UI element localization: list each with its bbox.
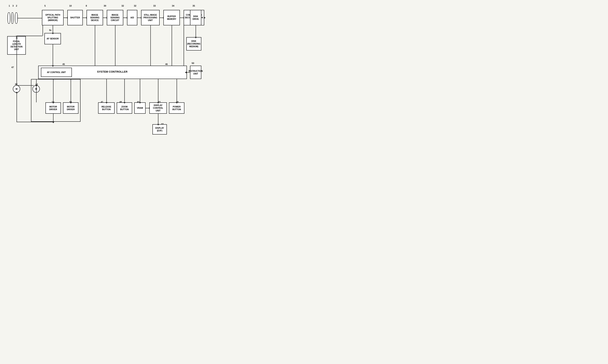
lens-2 bbox=[15, 12, 18, 24]
line-ad-si bbox=[137, 18, 141, 18]
power-button-label: POWERBUTTON bbox=[173, 105, 181, 111]
ref-32a: 32 bbox=[122, 5, 124, 7]
arrow-sc-zoom bbox=[124, 79, 125, 102]
af-sensor-box: AF SENSOR bbox=[44, 33, 61, 44]
lens-3 bbox=[11, 12, 14, 24]
display-control-label: DISPLAYCONTROLUNIT bbox=[153, 104, 163, 112]
arrow-sc-vram bbox=[140, 79, 140, 102]
af-sensor-label: AF SENSOR bbox=[47, 37, 59, 40]
shutter-label: SHUTTER bbox=[70, 16, 80, 19]
line-si-buf bbox=[160, 18, 163, 18]
display-evf-box: DISPLAY(EVF) bbox=[152, 124, 167, 135]
line-isd-isc bbox=[103, 18, 107, 18]
disk-drive-label: DISKDRIVE bbox=[192, 15, 199, 20]
arrow-comp-sc bbox=[184, 25, 184, 70]
arrow-isc-sc bbox=[115, 25, 115, 70]
display-evf-label: DISPLAY(EVF) bbox=[155, 127, 164, 132]
arrow-sc-power bbox=[176, 79, 177, 102]
arrow-sc-dc bbox=[158, 79, 158, 102]
buffer-memory-label: BUFFERMEMORY bbox=[167, 15, 176, 20]
arrow-sc-release bbox=[106, 79, 107, 102]
ref-10: 10 bbox=[69, 5, 72, 7]
system-controller-label: SYSTEM CONTROLLER bbox=[97, 70, 127, 73]
bottom-left-box bbox=[31, 79, 81, 122]
ref-9c: 9c bbox=[49, 29, 52, 31]
arrow-optical-afsensor bbox=[53, 25, 53, 33]
arrow-iu-sc bbox=[186, 72, 190, 73]
ref-8: 8 bbox=[86, 5, 87, 7]
image-sensing-device-box: IMAGESENSINGDEVICE bbox=[87, 10, 103, 25]
line-shutter-isd bbox=[83, 18, 87, 18]
block-diagram: 1 3 2 5 10 8 30 32 32 33 34 35 OPTICAL P… bbox=[4, 4, 203, 153]
image-sensing-device-label: IMAGESENSINGDEVICE bbox=[90, 14, 99, 22]
ref-5: 5 bbox=[44, 5, 46, 7]
ref-47: 47 bbox=[11, 66, 14, 68]
ref-50: 50 bbox=[192, 62, 194, 64]
arrow-bm-sc bbox=[172, 25, 172, 70]
line-isc-ad bbox=[123, 18, 127, 18]
arrow-diskdrive-disk bbox=[196, 25, 196, 37]
ad-label: A/D bbox=[130, 16, 134, 19]
line-left-to-focal bbox=[16, 36, 42, 36]
af-control-box: AF CONTROL UNIT bbox=[41, 68, 72, 77]
buffer-memory-box: BUFFERMEMORY bbox=[163, 10, 180, 25]
still-image-label: STILL IMAGEPROCESSINGUNIT bbox=[144, 14, 157, 22]
instruction-unit-label: INSTRUCTIONUNIT bbox=[189, 70, 203, 75]
ref-46: 46 bbox=[165, 63, 168, 65]
release-button-label: RELEASEBUTTON bbox=[101, 105, 111, 111]
zoom-button-label: ZOOMBUTTON bbox=[120, 105, 129, 111]
shutter-box: SHUTTER bbox=[67, 10, 83, 25]
arrow-vram-dc bbox=[146, 108, 149, 108]
zoom-button-box: ZOOMBUTTON bbox=[117, 102, 132, 114]
arrow-bottom-up bbox=[16, 93, 17, 122]
vram-label: VRAM bbox=[137, 107, 143, 109]
release-button-box: RELEASEBUTTON bbox=[98, 102, 115, 114]
arrow-afsensor-sc bbox=[53, 44, 53, 66]
line-bottom-h bbox=[16, 122, 53, 122]
line-optical-down bbox=[42, 25, 43, 36]
ref-2: 2 bbox=[16, 5, 17, 7]
optical-path-label: OPTICAL PATHSPLITTING(MIRROR) bbox=[45, 14, 60, 22]
line-optical-shutter bbox=[64, 18, 67, 18]
instruction-unit-box: INSTRUCTIONUNIT bbox=[190, 66, 201, 79]
optical-path-box: OPTICAL PATHSPLITTING(MIRROR) bbox=[42, 10, 64, 25]
disk-box: DISK(RECORDINGMEDIUM) bbox=[186, 37, 201, 51]
ref-3: 3 bbox=[12, 5, 14, 7]
arrow-si-sc bbox=[150, 25, 151, 70]
arrow-focal-motor40 bbox=[16, 38, 17, 57]
line-buf-comp bbox=[180, 18, 184, 18]
ref-35: 35 bbox=[192, 5, 195, 7]
ref-45: 45 bbox=[62, 63, 65, 65]
motor-40-label: M bbox=[15, 88, 17, 90]
line-lens-to-optical bbox=[18, 18, 43, 18]
ref-30: 30 bbox=[104, 5, 106, 7]
image-sensing-circuit-label: IMAGESENSINGCIRCUIT bbox=[110, 14, 120, 22]
ref-1: 1 bbox=[9, 5, 10, 7]
ad-box: A/D bbox=[127, 10, 137, 25]
vram-box: VRAM bbox=[134, 102, 146, 114]
display-control-box: DISPLAYCONTROLUNIT bbox=[149, 102, 167, 114]
still-image-box: STILL IMAGEPROCESSINGUNIT bbox=[141, 10, 160, 25]
af-control-label: AF CONTROL UNIT bbox=[47, 71, 66, 74]
arrow-dc-evf bbox=[158, 114, 158, 124]
image-sensing-circuit-box: IMAGESENSINGCIRCUIT bbox=[107, 10, 123, 25]
ref-32b: 32 bbox=[134, 5, 136, 7]
power-button-box: POWERBUTTON bbox=[169, 102, 184, 114]
ref-33: 33 bbox=[153, 5, 156, 7]
ref-34: 34 bbox=[172, 5, 174, 7]
disk-label: DISK(RECORDINGMEDIUM) bbox=[187, 40, 200, 48]
arrow-isd-sc bbox=[95, 25, 95, 70]
disk-drive-box: DISKDRIVE bbox=[190, 10, 201, 25]
lens-1 bbox=[7, 12, 10, 24]
left-vert-line bbox=[16, 55, 17, 85]
